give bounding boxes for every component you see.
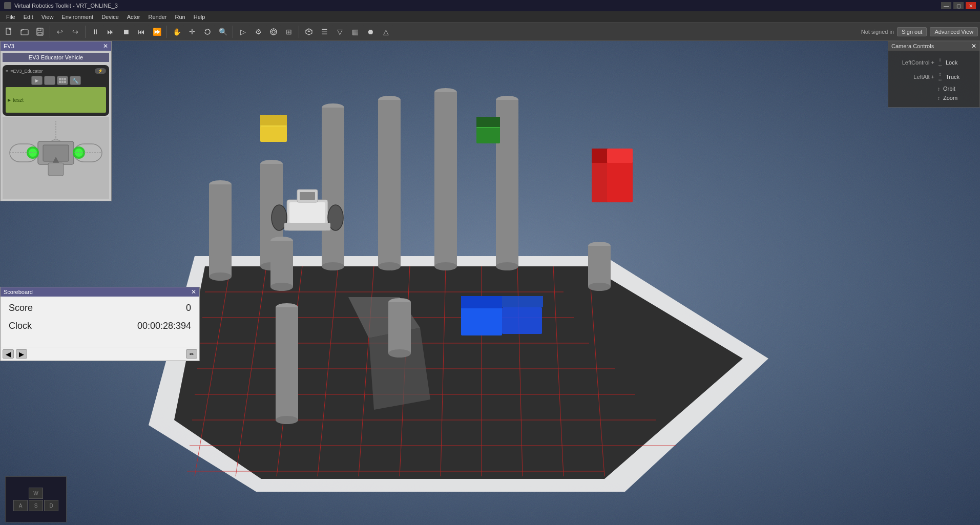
redo-button[interactable]: ↪ [68,25,82,39]
ev3-device-header: ≡ ≡EV3_Educator ⚡ [6,68,106,74]
record-button[interactable]: ⏺ [363,25,378,39]
svg-point-60 [496,262,518,270]
scene-background [0,41,980,525]
advanced-view-button[interactable]: Advanced View [930,27,978,36]
svg-point-57 [434,262,457,270]
skip-back-button[interactable]: ⏮ [134,25,149,39]
pan-button[interactable]: ✋ [170,25,184,39]
menu-help[interactable]: Help [190,13,210,21]
cam-zoom-row: ↕ Zoom [893,95,974,101]
close-button[interactable]: ✕ [966,2,976,9]
ev3-panel-close[interactable]: ✕ [103,43,108,50]
app-icon [4,2,11,9]
svg-point-43 [209,180,232,188]
cam-truck-arrows: ↕ ↔ [937,71,943,82]
ev3-btn-play[interactable]: ▶ [31,76,43,85]
svg-rect-53 [378,100,401,266]
svg-marker-6 [205,29,207,32]
svg-point-48 [260,262,283,270]
svg-point-49 [322,103,344,112]
ev3-content: EV3 Educator Vehicle ≡ ≡EV3_Educator ⚡ ▶ [1,51,111,201]
svg-rect-82 [461,296,502,308]
menu-actor[interactable]: Actor [123,13,144,21]
stop-button[interactable]: ⏹ [119,25,133,39]
cam-lock-row: LeftControl + ↕ ↔ Lock [893,57,974,68]
grid-button[interactable]: ⊞ [282,25,296,39]
svg-line-32 [277,266,302,476]
zoom-button[interactable]: 🔍 [216,25,230,39]
svg-rect-86 [287,200,328,230]
chart-button[interactable]: △ [379,25,393,39]
menu-environment[interactable]: Environment [57,13,97,21]
key-s: S [29,500,43,511]
ev3-screen: ▶ teszt [6,87,106,113]
scoreboard-titlebar: Scoreboard ✕ [1,287,199,297]
svg-line-16 [306,30,309,32]
ev3-screen-text: teszt [13,97,24,103]
svg-point-64 [388,298,411,306]
svg-rect-68 [276,307,298,420]
minimap: W A S D [5,476,67,522]
score-value: 0 [186,303,191,313]
cam-zoom-arrows: ↕ [937,95,940,101]
svg-line-33 [318,266,338,476]
scoreboard-prev-button[interactable]: ◀ [3,349,14,359]
settings-button[interactable]: ⚙ [251,25,265,39]
ev3-btn-2[interactable] [44,76,55,85]
svg-point-45 [209,272,232,281]
menu-run[interactable]: Run [171,13,190,21]
camera-controls-close[interactable]: ✕ [971,43,976,50]
robot-diagram-svg [5,118,107,198]
svg-rect-94 [588,246,611,287]
display-button[interactable]: ▦ [348,25,362,39]
menu-view[interactable]: View [37,13,58,21]
cam-zoom-label: Zoom [943,95,957,101]
svg-rect-62 [270,241,293,287]
ev3-device-name: ≡EV3_Educator [10,69,43,74]
scoreboard-close[interactable]: ✕ [191,288,196,296]
menu-file[interactable]: File [2,13,19,21]
move-button[interactable]: ✛ [185,25,199,39]
select-button[interactable]: ▷ [236,25,250,39]
new-button[interactable] [2,25,16,39]
svg-rect-91 [300,192,315,200]
camera-controls-panel: Camera Controls ✕ LeftControl + ↕ ↔ Lock… [888,41,980,108]
ev3-device: ≡ ≡EV3_Educator ⚡ ▶ 🔧 [3,65,109,116]
scoreboard-next-button[interactable]: ▶ [16,349,27,359]
skip-next-button[interactable]: ⏩ [150,25,164,39]
cam-lock-label: Lock [946,59,957,66]
menu-edit[interactable]: Edit [19,13,37,21]
pause-button[interactable]: ⏸ [88,25,102,39]
svg-rect-80 [607,149,633,163]
scoreboard-edit-button[interactable]: ✏ [186,349,197,359]
key-a: A [13,500,28,511]
ev3-panel: EV3 ✕ EV3 Educator Vehicle ≡ ≡EV3_Educat… [0,41,112,201]
minimize-button[interactable]: — [941,2,951,9]
svg-rect-73 [476,127,500,143]
svg-point-93 [588,242,611,250]
ev3-btn-3[interactable] [57,76,68,85]
undo-button[interactable]: ↩ [53,25,67,39]
sign-out-button[interactable]: Sign out [897,27,927,36]
svg-rect-81 [461,307,502,335]
menu-render[interactable]: Render [144,13,171,21]
save-button[interactable] [33,25,47,39]
svg-line-36 [441,266,446,476]
rotate-button[interactable] [200,25,215,39]
target-button[interactable] [266,25,281,39]
svg-rect-71 [260,115,287,127]
svg-rect-107 [48,163,64,176]
filter-button[interactable]: ▽ [332,25,347,39]
svg-marker-21 [174,266,743,479]
viewport[interactable] [0,41,980,525]
layers-button[interactable]: ☰ [317,25,331,39]
ev3-panel-titlebar: EV3 ✕ [1,41,111,51]
step-forward-button[interactable]: ⏭ [103,25,118,39]
open-button[interactable] [17,25,32,39]
cube-button[interactable] [302,25,316,39]
maximize-button[interactable]: ▢ [953,2,964,9]
ev3-btn-wrench[interactable]: 🔧 [70,76,81,85]
svg-marker-83 [461,296,502,308]
menu-device[interactable]: Device [97,13,123,21]
svg-point-8 [272,30,275,33]
